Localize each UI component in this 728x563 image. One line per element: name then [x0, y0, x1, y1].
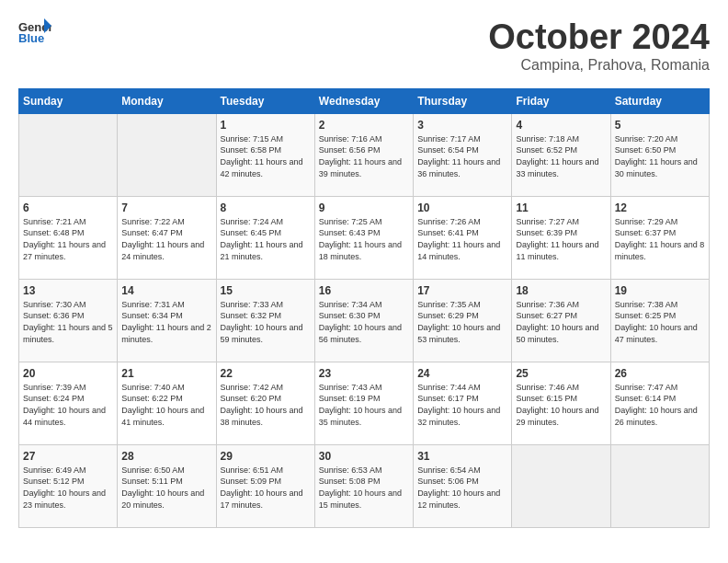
day-cell: 20Sunrise: 7:39 AMSunset: 6:24 PMDayligh…: [19, 362, 118, 444]
day-cell: 14Sunrise: 7:31 AMSunset: 6:34 PMDayligh…: [118, 279, 216, 362]
day-info: Sunrise: 7:42 AMSunset: 6:20 PMDaylight:…: [221, 382, 311, 428]
day-number: 27: [23, 450, 113, 463]
day-number: 11: [516, 201, 606, 214]
day-number: 29: [221, 450, 311, 463]
day-cell: 28Sunrise: 6:50 AMSunset: 5:11 PMDayligh…: [118, 444, 216, 527]
day-cell: 19Sunrise: 7:38 AMSunset: 6:25 PMDayligh…: [610, 279, 709, 362]
day-number: 1: [221, 119, 311, 132]
day-cell: 7Sunrise: 7:22 AMSunset: 6:47 PMDaylight…: [118, 196, 216, 279]
day-cell: [512, 444, 610, 527]
header-row: SundayMondayTuesdayWednesdayThursdayFrid…: [19, 88, 710, 113]
day-cell: 9Sunrise: 7:25 AMSunset: 6:43 PMDaylight…: [314, 196, 413, 279]
day-info: Sunrise: 7:40 AMSunset: 6:22 PMDaylight:…: [121, 382, 211, 428]
calendar-table: SundayMondayTuesdayWednesdayThursdayFrid…: [18, 88, 710, 528]
col-header-monday: Monday: [118, 88, 216, 113]
day-number: 12: [615, 201, 705, 214]
day-info: Sunrise: 7:24 AMSunset: 6:45 PMDaylight:…: [221, 216, 311, 262]
day-cell: 16Sunrise: 7:34 AMSunset: 6:30 PMDayligh…: [314, 279, 413, 362]
day-number: 24: [417, 367, 507, 380]
day-number: 9: [319, 201, 409, 214]
day-info: Sunrise: 6:49 AMSunset: 5:12 PMDaylight:…: [23, 465, 113, 511]
title-area: October 2024 Campina, Prahova, Romania: [488, 18, 710, 74]
day-info: Sunrise: 7:36 AMSunset: 6:27 PMDaylight:…: [516, 299, 606, 345]
day-number: 13: [23, 284, 113, 297]
day-info: Sunrise: 7:27 AMSunset: 6:39 PMDaylight:…: [516, 216, 606, 262]
week-row-5: 27Sunrise: 6:49 AMSunset: 5:12 PMDayligh…: [19, 444, 710, 527]
day-cell: 2Sunrise: 7:16 AMSunset: 6:56 PMDaylight…: [314, 113, 413, 196]
day-number: 14: [121, 284, 211, 297]
day-cell: 31Sunrise: 6:54 AMSunset: 5:06 PMDayligh…: [414, 444, 512, 527]
day-number: 19: [615, 284, 705, 297]
day-info: Sunrise: 7:34 AMSunset: 6:30 PMDaylight:…: [319, 299, 409, 345]
week-row-3: 13Sunrise: 7:30 AMSunset: 6:36 PMDayligh…: [19, 279, 710, 362]
day-cell: 5Sunrise: 7:20 AMSunset: 6:50 PMDaylight…: [610, 113, 709, 196]
day-cell: 4Sunrise: 7:18 AMSunset: 6:52 PMDaylight…: [512, 113, 610, 196]
day-number: 3: [417, 119, 507, 132]
day-number: 8: [221, 201, 311, 214]
week-row-4: 20Sunrise: 7:39 AMSunset: 6:24 PMDayligh…: [19, 362, 710, 444]
day-cell: 12Sunrise: 7:29 AMSunset: 6:37 PMDayligh…: [610, 196, 709, 279]
day-number: 10: [417, 201, 507, 214]
day-cell: 18Sunrise: 7:36 AMSunset: 6:27 PMDayligh…: [512, 279, 610, 362]
col-header-saturday: Saturday: [610, 88, 709, 113]
day-info: Sunrise: 7:47 AMSunset: 6:14 PMDaylight:…: [615, 382, 705, 428]
day-cell: [118, 113, 216, 196]
day-number: 5: [615, 119, 705, 132]
day-number: 30: [319, 450, 409, 463]
day-info: Sunrise: 6:51 AMSunset: 5:09 PMDaylight:…: [221, 465, 311, 511]
day-info: Sunrise: 6:50 AMSunset: 5:11 PMDaylight:…: [121, 465, 211, 511]
day-cell: 25Sunrise: 7:46 AMSunset: 6:15 PMDayligh…: [512, 362, 610, 444]
day-number: 31: [417, 450, 507, 463]
day-info: Sunrise: 7:44 AMSunset: 6:17 PMDaylight:…: [417, 382, 507, 428]
day-cell: 30Sunrise: 6:53 AMSunset: 5:08 PMDayligh…: [314, 444, 413, 527]
logo-icon: General Blue: [18, 18, 51, 50]
day-cell: 27Sunrise: 6:49 AMSunset: 5:12 PMDayligh…: [19, 444, 118, 527]
day-cell: 29Sunrise: 6:51 AMSunset: 5:09 PMDayligh…: [216, 444, 314, 527]
day-info: Sunrise: 7:33 AMSunset: 6:32 PMDaylight:…: [221, 299, 311, 345]
day-info: Sunrise: 7:17 AMSunset: 6:54 PMDaylight:…: [417, 133, 507, 179]
day-info: Sunrise: 7:16 AMSunset: 6:56 PMDaylight:…: [319, 133, 409, 179]
col-header-wednesday: Wednesday: [314, 88, 413, 113]
day-info: Sunrise: 7:31 AMSunset: 6:34 PMDaylight:…: [121, 299, 211, 345]
day-info: Sunrise: 7:15 AMSunset: 6:58 PMDaylight:…: [221, 133, 311, 179]
day-cell: 1Sunrise: 7:15 AMSunset: 6:58 PMDaylight…: [216, 113, 314, 196]
day-info: Sunrise: 7:18 AMSunset: 6:52 PMDaylight:…: [516, 133, 606, 179]
day-number: 25: [516, 367, 606, 380]
day-info: Sunrise: 7:20 AMSunset: 6:50 PMDaylight:…: [615, 133, 705, 179]
location-title: Campina, Prahova, Romania: [488, 57, 710, 74]
svg-text:Blue: Blue: [18, 31, 44, 45]
day-number: 26: [615, 367, 705, 380]
day-number: 18: [516, 284, 606, 297]
day-number: 7: [121, 201, 211, 214]
day-cell: 21Sunrise: 7:40 AMSunset: 6:22 PMDayligh…: [118, 362, 216, 444]
day-cell: 10Sunrise: 7:26 AMSunset: 6:41 PMDayligh…: [414, 196, 512, 279]
day-info: Sunrise: 7:22 AMSunset: 6:47 PMDaylight:…: [121, 216, 211, 262]
day-number: 20: [23, 367, 113, 380]
logo: General Blue: [18, 18, 51, 50]
day-info: Sunrise: 7:35 AMSunset: 6:29 PMDaylight:…: [417, 299, 507, 345]
day-info: Sunrise: 7:25 AMSunset: 6:43 PMDaylight:…: [319, 216, 409, 262]
day-info: Sunrise: 7:38 AMSunset: 6:25 PMDaylight:…: [615, 299, 705, 345]
day-info: Sunrise: 6:54 AMSunset: 5:06 PMDaylight:…: [417, 465, 507, 511]
day-number: 21: [121, 367, 211, 380]
day-info: Sunrise: 7:43 AMSunset: 6:19 PMDaylight:…: [319, 382, 409, 428]
day-cell: 26Sunrise: 7:47 AMSunset: 6:14 PMDayligh…: [610, 362, 709, 444]
day-cell: 15Sunrise: 7:33 AMSunset: 6:32 PMDayligh…: [216, 279, 314, 362]
col-header-tuesday: Tuesday: [216, 88, 314, 113]
day-number: 4: [516, 119, 606, 132]
col-header-friday: Friday: [512, 88, 610, 113]
day-cell: 22Sunrise: 7:42 AMSunset: 6:20 PMDayligh…: [216, 362, 314, 444]
header: General Blue October 2024 Campina, Praho…: [18, 18, 710, 74]
day-cell: 3Sunrise: 7:17 AMSunset: 6:54 PMDaylight…: [414, 113, 512, 196]
day-cell: [610, 444, 709, 527]
week-row-1: 1Sunrise: 7:15 AMSunset: 6:58 PMDaylight…: [19, 113, 710, 196]
day-cell: 11Sunrise: 7:27 AMSunset: 6:39 PMDayligh…: [512, 196, 610, 279]
day-info: Sunrise: 7:30 AMSunset: 6:36 PMDaylight:…: [23, 299, 113, 345]
day-cell: 17Sunrise: 7:35 AMSunset: 6:29 PMDayligh…: [414, 279, 512, 362]
month-title: October 2024: [488, 18, 710, 57]
day-number: 17: [417, 284, 507, 297]
day-info: Sunrise: 6:53 AMSunset: 5:08 PMDaylight:…: [319, 465, 409, 511]
day-cell: [19, 113, 118, 196]
day-number: 28: [121, 450, 211, 463]
day-number: 15: [221, 284, 311, 297]
